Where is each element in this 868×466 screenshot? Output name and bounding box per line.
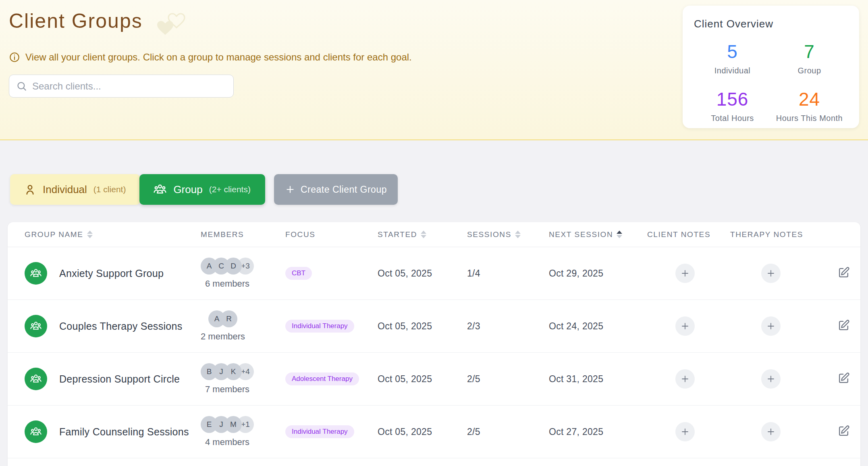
table-row[interactable]: Couples Therapy Sessions A R 2 members I… — [8, 300, 860, 353]
member-count: 4 members — [205, 437, 249, 447]
column-header-started[interactable]: STARTED — [370, 230, 460, 239]
stat-group: 7 Group — [771, 41, 848, 75]
plus-icon — [766, 427, 776, 437]
plus-icon — [285, 184, 295, 195]
sessions-count: 1/4 — [460, 268, 542, 279]
plus-icon — [766, 268, 776, 278]
group-name: Couples Therapy Sessions — [59, 320, 183, 332]
search-box[interactable] — [9, 75, 234, 98]
focus-tag: Individual Therapy — [285, 320, 354, 333]
table-row[interactable]: Depression Support Circle B J K +4 7 mem… — [8, 353, 860, 406]
stat-hours-this-month: 24 Hours This Month — [771, 88, 848, 123]
main-content: Individual (1 client) Group (2+ clients)… — [0, 174, 868, 466]
person-icon — [24, 183, 36, 196]
avatar: B — [201, 363, 218, 380]
group-avatar — [25, 262, 47, 285]
table-row-partial — [8, 458, 860, 466]
tab-individual[interactable]: Individual (1 client) — [10, 174, 140, 205]
add-client-note-button[interactable] — [675, 264, 695, 283]
sort-icon — [515, 231, 521, 238]
column-header-group-name[interactable]: GROUP NAME — [17, 230, 193, 239]
avatar: A — [201, 258, 218, 275]
client-groups-table: GROUP NAME MEMBERS FOCUS STARTED SESSION… — [8, 222, 860, 466]
page-title: Client Groups — [9, 10, 143, 33]
member-avatars: A R — [208, 310, 237, 327]
tab-group[interactable]: Group (2+ clients) — [139, 174, 265, 205]
info-icon — [9, 52, 20, 63]
focus-tag: CBT — [285, 267, 312, 280]
people-group-icon — [30, 373, 42, 385]
add-therapy-note-button[interactable] — [761, 422, 781, 441]
search-input[interactable] — [32, 81, 226, 92]
group-name: Depression Support Circle — [59, 373, 180, 385]
next-session-date: Oct 24, 2025 — [542, 321, 640, 332]
plus-icon — [680, 427, 690, 437]
plus-icon — [680, 321, 690, 331]
started-date: Oct 05, 2025 — [370, 426, 460, 437]
next-session-date: Oct 27, 2025 — [542, 426, 640, 437]
group-avatar — [25, 420, 47, 443]
group-name: Anxiety Support Group — [59, 268, 164, 279]
sessions-count: 2/3 — [460, 321, 542, 332]
add-therapy-note-button[interactable] — [761, 369, 781, 389]
group-avatar — [25, 368, 47, 390]
column-header-members: MEMBERS — [193, 230, 278, 239]
avatar: E — [201, 416, 218, 433]
column-header-client-notes: CLIENT NOTES — [640, 230, 723, 239]
column-header-therapy-notes: THERAPY NOTES — [723, 230, 812, 239]
table-header: GROUP NAME MEMBERS FOCUS STARTED SESSION… — [8, 222, 860, 247]
edit-pencil-icon — [837, 319, 850, 332]
started-date: Oct 05, 2025 — [370, 268, 460, 279]
member-count: 7 members — [205, 384, 249, 395]
stat-total-hours: 156 Total Hours — [694, 88, 771, 123]
sort-icon — [421, 231, 426, 238]
page-header: Client Groups View all your client group… — [0, 0, 868, 140]
edit-group-button[interactable] — [837, 372, 850, 386]
next-session-date: Oct 31, 2025 — [542, 374, 640, 385]
add-client-note-button[interactable] — [675, 316, 695, 336]
sort-icon-active-ascending — [617, 231, 622, 238]
group-avatar — [25, 315, 47, 337]
edit-group-button[interactable] — [837, 425, 850, 439]
avatar: A — [208, 310, 225, 327]
people-group-icon — [30, 426, 42, 438]
focus-tag: Adolescent Therapy — [285, 372, 359, 385]
people-group-icon — [30, 320, 42, 332]
sessions-count: 2/5 — [460, 374, 542, 385]
plus-icon — [680, 374, 690, 384]
add-therapy-note-button[interactable] — [761, 264, 781, 283]
plus-icon — [766, 321, 776, 331]
people-group-icon — [30, 267, 42, 279]
edit-group-button[interactable] — [837, 319, 850, 333]
group-name: Family Counseling Sessions — [59, 426, 189, 438]
sessions-count: 2/5 — [460, 426, 542, 437]
add-client-note-button[interactable] — [675, 369, 695, 389]
add-therapy-note-button[interactable] — [761, 316, 781, 336]
edit-group-button[interactable] — [837, 266, 850, 280]
next-session-date: Oct 29, 2025 — [542, 268, 640, 279]
started-date: Oct 05, 2025 — [370, 321, 460, 332]
stat-individual: 5 Individual — [694, 41, 771, 75]
member-count: 2 members — [201, 331, 245, 342]
table-row[interactable]: Family Counseling Sessions E J M +1 4 me… — [8, 406, 860, 458]
search-icon — [16, 81, 27, 92]
tabs-row: Individual (1 client) Group (2+ clients)… — [10, 174, 868, 205]
column-header-focus: FOCUS — [278, 230, 370, 239]
member-avatars: E J M +1 — [201, 416, 254, 433]
column-header-next-session[interactable]: NEXT SESSION — [542, 230, 640, 239]
started-date: Oct 05, 2025 — [370, 374, 460, 385]
member-count: 6 members — [205, 279, 249, 289]
create-client-group-button[interactable]: Create Client Group — [274, 174, 398, 205]
sort-icon — [87, 231, 93, 238]
member-avatars: B J K +4 — [201, 363, 254, 380]
focus-tag: Individual Therapy — [285, 425, 354, 438]
info-text: View all your client groups. Click on a … — [25, 52, 412, 63]
edit-pencil-icon — [837, 266, 850, 279]
column-header-sessions[interactable]: SESSIONS — [460, 230, 542, 239]
edit-pencil-icon — [837, 372, 850, 385]
client-overview-card: Client Overview 5 Individual 7 Group 156… — [683, 6, 859, 128]
table-row[interactable]: Anxiety Support Group A C D +3 6 members… — [8, 247, 860, 300]
add-client-note-button[interactable] — [675, 422, 695, 441]
plus-icon — [766, 374, 776, 384]
plus-icon — [680, 268, 690, 278]
